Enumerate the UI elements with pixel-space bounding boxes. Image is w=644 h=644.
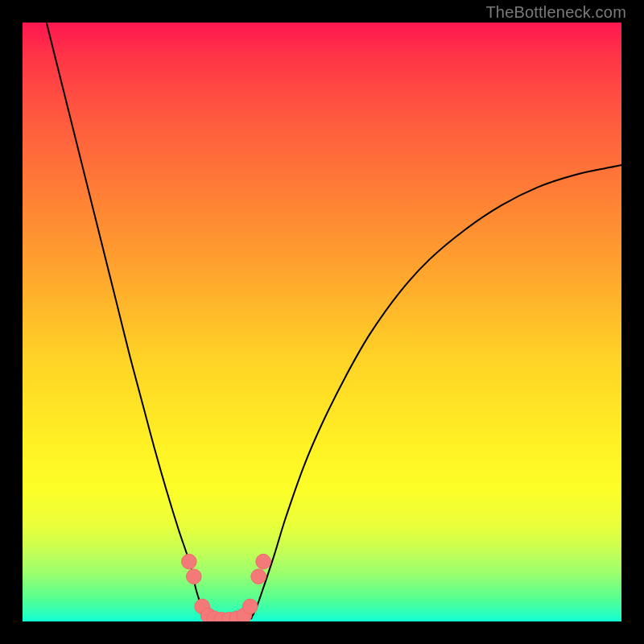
- curve-path: [47, 23, 621, 621]
- marker-dot: [182, 554, 197, 569]
- marker-dot: [186, 569, 201, 584]
- marker-dot: [251, 569, 266, 584]
- marker-dot: [256, 554, 271, 569]
- curve-svg: [23, 23, 621, 621]
- chart-container: TheBottleneck.com: [0, 0, 644, 644]
- marker-dot: [242, 599, 258, 614]
- watermark-text: TheBottleneck.com: [485, 3, 626, 22]
- plot-area: [23, 23, 621, 621]
